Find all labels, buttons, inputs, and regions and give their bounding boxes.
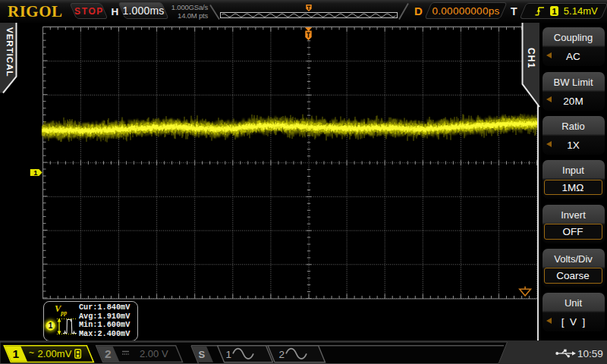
svg-text:1: 1 — [13, 347, 20, 360]
svg-text:2: 2 — [279, 349, 285, 360]
svg-text:~: ~ — [29, 347, 34, 358]
svg-text:2: 2 — [105, 347, 112, 360]
svg-text:2.00mV: 2.00mV — [38, 348, 72, 359]
svg-text:1: 1 — [226, 349, 232, 360]
svg-text:S: S — [199, 349, 206, 360]
svg-text:2.00 V: 2.00 V — [140, 348, 168, 359]
svg-text:1: 1 — [33, 168, 38, 177]
